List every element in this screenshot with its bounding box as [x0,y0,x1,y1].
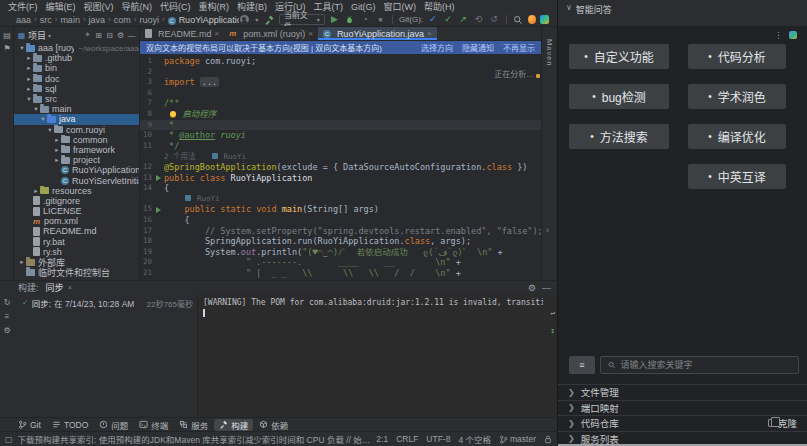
git-push-icon[interactable]: ↗ [458,14,469,25]
status-widget[interactable]: master [499,434,536,444]
menu-item[interactable]: 导航(N) [118,0,157,13]
tool-window-button-dependencies[interactable]: 依赖 [254,419,293,431]
soft-wrap-icon[interactable]: ↩ [550,308,555,319]
tree-item[interactable]: .gitignore [14,196,139,206]
tree-item[interactable]: ▸外部库 [14,257,139,267]
status-widget[interactable]: 2:1 [376,434,388,444]
avatar-dropdown-icon[interactable]: ▾ [254,14,260,25]
run-button[interactable]: ▶ [329,14,340,25]
collapse-all-icon[interactable]: ⊟ [105,31,114,40]
assistant-feature-button[interactable]: •自定义功能 [569,44,669,69]
menu-item[interactable]: 重构(R) [195,0,234,13]
tree-item[interactable]: LICENSE [14,206,139,216]
breadcrumb-item[interactable]: main [60,15,80,25]
tree-item[interactable]: ▾com.ruoyi [14,125,139,135]
chevron-collapsed-icon[interactable]: ▸ [25,75,33,83]
tree-item[interactable]: ▾src [14,94,139,104]
tree-item[interactable]: ▾aaa [ruoyi]~/workspace/aaa [14,43,139,53]
close-icon[interactable]: × [427,29,432,38]
chevron-collapsed-icon[interactable]: ▸ [25,64,33,72]
tree-item[interactable]: README.md [14,226,139,236]
tree-item[interactable]: mpom.xml [14,216,139,226]
assistant-feature-button[interactable]: •学术润色 [688,84,786,109]
status-widget[interactable]: UTF-8 [426,434,450,444]
tree-item[interactable]: ▸common [14,135,139,145]
run-gutter-icon[interactable] [152,207,164,213]
assistant-feature-button[interactable]: •方法搜索 [569,124,669,149]
editor-tab[interactable]: README.md× [140,27,224,40]
breadcrumb-item[interactable]: aaa [16,15,31,25]
close-icon[interactable]: × [308,29,313,38]
tree-item[interactable]: ▸framework [14,145,139,155]
chevron-collapsed-icon[interactable]: ▸ [18,258,26,266]
run-gutter-icon[interactable] [152,175,164,181]
chevron-expanded-icon[interactable]: ▾ [39,115,47,123]
tree-item[interactable]: ▸.github [14,53,139,63]
assistant-feature-button[interactable]: •bug检测 [569,84,669,109]
git-history-icon[interactable]: ⟲ [473,14,484,25]
user-avatar[interactable] [239,14,250,25]
build-console[interactable]: [WARNING] The POM for com.alibaba:druid:… [197,294,557,417]
tool-window-button-problems[interactable]: 问题 [94,419,133,431]
lock-icon[interactable] [544,435,552,444]
tool-window-button-build[interactable]: 构建 [214,419,253,431]
tree-item[interactable]: 临时文件和控制台 [14,267,139,277]
chevron-down-icon[interactable]: ▾ [48,32,51,39]
tool-window-toggle-icon[interactable]: ▢ [5,435,13,444]
chevron-collapsed-icon[interactable]: ❯ [568,388,575,397]
more-options-icon[interactable]: ⋮ [774,30,783,40]
tree-item[interactable]: ry.sh [14,247,139,257]
tree-item[interactable]: ▸bin [14,63,139,73]
assistant-feature-button[interactable]: •中英互译 [688,164,786,189]
expand-all-icon[interactable]: ⊞ [94,31,103,40]
build-sync-tab[interactable]: 同步 × [46,281,73,294]
filter-icon[interactable]: ≡ [5,312,10,321]
tree-item[interactable]: ▾java [14,114,139,124]
menu-item[interactable]: 编辑(E) [42,0,80,13]
plugin-color-icon[interactable] [540,15,549,24]
close-icon[interactable]: × [68,283,73,292]
tool-window-button-todo[interactable]: TODO [47,419,93,431]
tool-window-button-terminal[interactable]: 终端 [134,419,173,431]
status-widget[interactable]: CRLF [396,434,418,444]
clone-action[interactable]: 克隆 [768,416,797,430]
tree-item[interactable]: ry.bat [14,237,139,247]
assistant-menu-button[interactable]: ≡ [569,356,595,374]
assistant-search-input[interactable] [620,360,791,370]
status-message[interactable]: 下载预构建共享索引: 使用预构建的JDK和Maven 库共享索引减少索引时间和 … [18,433,372,445]
chevron-collapsed-icon[interactable]: ▸ [53,156,61,164]
plugin-orange-icon[interactable] [528,15,537,24]
commit-stripe-icon[interactable]: ⚑ [2,43,12,53]
chevron-collapsed-icon[interactable]: ▸ [32,187,40,195]
search-everywhere-icon[interactable] [513,14,524,25]
chevron-expanded-icon[interactable]: ▾ [46,126,54,134]
assistant-feature-button[interactable]: •编译优化 [688,124,786,149]
menu-item[interactable]: 代码(C) [156,0,195,13]
git-rollback-icon[interactable]: ↺ [488,14,499,25]
editor-tab[interactable]: mpom.xml (ruoyi)× [224,27,318,40]
breadcrumb-item[interactable]: src [40,15,52,25]
menu-item[interactable]: 视图(V) [80,0,118,13]
build-gear-icon[interactable]: ⚙ [3,326,10,335]
tool-window-button-services[interactable]: 服务 [174,419,213,431]
project-panel-title[interactable]: 项目 [28,29,46,42]
chevron-expanded-icon[interactable]: ▾ [25,95,33,103]
tool-window-button-git[interactable]: Git [13,419,46,431]
menu-item[interactable]: 工具(T) [310,0,348,13]
debug-button[interactable] [344,14,355,25]
git-update-icon[interactable]: ✓ [427,14,438,25]
breadcrumb-item[interactable]: com [114,15,131,25]
tree-item[interactable]: ▸project [14,155,139,165]
assistant-feature-button[interactable]: •代码分析 [688,44,786,69]
stop-button[interactable]: ■ [375,14,386,25]
assistant-section-row[interactable]: ❯服务列表 [558,431,807,446]
chevron-collapsed-icon[interactable]: ❯ [568,419,575,428]
assistant-search-box[interactable] [600,356,799,374]
menu-item[interactable]: 窗口(W) [380,0,421,13]
warning-stripe-mark[interactable] [536,74,540,78]
menu-item[interactable]: 帮助(H) [420,0,459,13]
hide-build-panel-icon[interactable]: — [542,283,551,293]
banner-action-link[interactable]: 选择方向 [421,42,453,53]
build-hammer-icon[interactable] [264,14,275,25]
assistant-section-row[interactable]: ❯端口映射 [558,400,807,416]
